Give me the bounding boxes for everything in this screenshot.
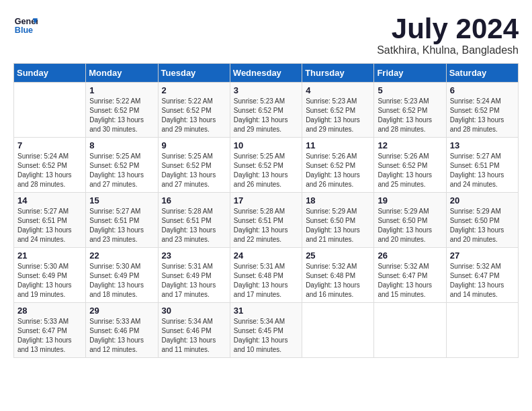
day-number: 1 — [89, 85, 154, 95]
calendar-cell: 14Sunrise: 5:27 AM Sunset: 6:51 PM Dayli… — [14, 193, 86, 248]
day-info: Sunrise: 5:31 AM Sunset: 6:48 PM Dayligh… — [234, 262, 298, 300]
calendar-cell: 21Sunrise: 5:30 AM Sunset: 6:49 PM Dayli… — [14, 248, 86, 303]
calendar-cell: 20Sunrise: 5:29 AM Sunset: 6:50 PM Dayli… — [446, 193, 518, 248]
day-number: 8 — [89, 140, 154, 150]
column-header-saturday: Saturday — [446, 64, 518, 83]
calendar-cell — [302, 303, 374, 358]
day-info: Sunrise: 5:34 AM Sunset: 6:45 PM Dayligh… — [234, 317, 298, 355]
day-number: 7 — [17, 140, 82, 150]
calendar-cell: 28Sunrise: 5:33 AM Sunset: 6:47 PM Dayli… — [14, 303, 86, 358]
day-info: Sunrise: 5:29 AM Sunset: 6:50 PM Dayligh… — [450, 207, 515, 244]
day-number: 17 — [234, 195, 298, 205]
day-number: 19 — [378, 195, 442, 205]
day-info: Sunrise: 5:27 AM Sunset: 6:51 PM Dayligh… — [450, 152, 515, 189]
day-info: Sunrise: 5:30 AM Sunset: 6:49 PM Dayligh… — [17, 262, 82, 300]
day-number: 3 — [234, 85, 298, 95]
calendar-cell: 2Sunrise: 5:22 AM Sunset: 6:52 PM Daylig… — [158, 83, 230, 138]
day-info: Sunrise: 5:24 AM Sunset: 6:52 PM Dayligh… — [17, 152, 82, 189]
calendar-cell — [446, 303, 518, 358]
day-info: Sunrise: 5:24 AM Sunset: 6:52 PM Dayligh… — [450, 97, 515, 134]
column-header-thursday: Thursday — [302, 64, 374, 83]
day-number: 27 — [450, 250, 515, 261]
day-info: Sunrise: 5:23 AM Sunset: 6:52 PM Dayligh… — [234, 97, 298, 134]
calendar-cell: 8Sunrise: 5:25 AM Sunset: 6:52 PM Daylig… — [86, 138, 158, 193]
day-info: Sunrise: 5:22 AM Sunset: 6:52 PM Dayligh… — [162, 97, 226, 134]
day-info: Sunrise: 5:32 AM Sunset: 6:47 PM Dayligh… — [450, 262, 515, 300]
title-area: July 2024 Satkhira, Khulna, Bangladesh — [377, 13, 519, 56]
calendar-cell: 6Sunrise: 5:24 AM Sunset: 6:52 PM Daylig… — [446, 83, 518, 138]
calendar-cell: 17Sunrise: 5:28 AM Sunset: 6:51 PM Dayli… — [230, 193, 302, 248]
day-info: Sunrise: 5:23 AM Sunset: 6:52 PM Dayligh… — [306, 97, 370, 134]
day-info: Sunrise: 5:32 AM Sunset: 6:47 PM Dayligh… — [378, 262, 442, 300]
calendar-cell: 12Sunrise: 5:26 AM Sunset: 6:52 PM Dayli… — [374, 138, 446, 193]
day-info: Sunrise: 5:34 AM Sunset: 6:46 PM Dayligh… — [162, 317, 226, 355]
calendar-cell: 16Sunrise: 5:28 AM Sunset: 6:51 PM Dayli… — [158, 193, 230, 248]
day-number: 10 — [234, 140, 298, 150]
day-info: Sunrise: 5:33 AM Sunset: 6:46 PM Dayligh… — [89, 317, 154, 355]
location: Satkhira, Khulna, Bangladesh — [377, 44, 519, 56]
day-number: 22 — [89, 250, 154, 261]
day-info: Sunrise: 5:30 AM Sunset: 6:49 PM Dayligh… — [89, 262, 154, 300]
calendar-cell: 9Sunrise: 5:25 AM Sunset: 6:52 PM Daylig… — [158, 138, 230, 193]
column-header-monday: Monday — [86, 64, 158, 83]
day-number: 18 — [306, 195, 370, 205]
day-info: Sunrise: 5:27 AM Sunset: 6:51 PM Dayligh… — [89, 207, 154, 244]
column-header-sunday: Sunday — [14, 64, 86, 83]
column-header-tuesday: Tuesday — [158, 64, 230, 83]
day-number: 6 — [450, 85, 515, 95]
day-info: Sunrise: 5:25 AM Sunset: 6:52 PM Dayligh… — [234, 152, 298, 189]
day-number: 2 — [162, 85, 226, 95]
calendar-cell: 19Sunrise: 5:29 AM Sunset: 6:50 PM Dayli… — [374, 193, 446, 248]
month-year: July 2024 — [377, 13, 519, 44]
day-number: 30 — [162, 306, 226, 316]
day-info: Sunrise: 5:28 AM Sunset: 6:51 PM Dayligh… — [162, 207, 226, 244]
day-number: 23 — [162, 250, 226, 261]
day-info: Sunrise: 5:27 AM Sunset: 6:51 PM Dayligh… — [17, 207, 82, 244]
calendar-cell: 26Sunrise: 5:32 AM Sunset: 6:47 PM Dayli… — [374, 248, 446, 303]
day-info: Sunrise: 5:22 AM Sunset: 6:52 PM Dayligh… — [89, 97, 154, 134]
calendar-cell: 27Sunrise: 5:32 AM Sunset: 6:47 PM Dayli… — [446, 248, 518, 303]
day-info: Sunrise: 5:32 AM Sunset: 6:48 PM Dayligh… — [306, 262, 370, 300]
day-number: 15 — [89, 195, 154, 205]
calendar-cell: 23Sunrise: 5:31 AM Sunset: 6:49 PM Dayli… — [158, 248, 230, 303]
day-number: 16 — [162, 195, 226, 205]
calendar-cell: 24Sunrise: 5:31 AM Sunset: 6:48 PM Dayli… — [230, 248, 302, 303]
calendar-cell: 13Sunrise: 5:27 AM Sunset: 6:51 PM Dayli… — [446, 138, 518, 193]
day-number: 20 — [450, 195, 515, 205]
calendar-cell: 1Sunrise: 5:22 AM Sunset: 6:52 PM Daylig… — [86, 83, 158, 138]
day-number: 26 — [378, 250, 442, 261]
calendar-cell: 25Sunrise: 5:32 AM Sunset: 6:48 PM Dayli… — [302, 248, 374, 303]
day-number: 11 — [306, 140, 370, 150]
column-header-wednesday: Wednesday — [230, 64, 302, 83]
day-info: Sunrise: 5:29 AM Sunset: 6:50 PM Dayligh… — [378, 207, 442, 244]
calendar-cell: 5Sunrise: 5:23 AM Sunset: 6:52 PM Daylig… — [374, 83, 446, 138]
calendar-cell: 30Sunrise: 5:34 AM Sunset: 6:46 PM Dayli… — [158, 303, 230, 358]
day-number: 5 — [378, 85, 442, 95]
calendar-cell: 4Sunrise: 5:23 AM Sunset: 6:52 PM Daylig… — [302, 83, 374, 138]
calendar-cell: 3Sunrise: 5:23 AM Sunset: 6:52 PM Daylig… — [230, 83, 302, 138]
day-info: Sunrise: 5:25 AM Sunset: 6:52 PM Dayligh… — [162, 152, 226, 189]
day-number: 21 — [17, 250, 82, 261]
day-number: 12 — [378, 140, 442, 150]
day-number: 29 — [89, 306, 154, 316]
day-number: 4 — [306, 85, 370, 95]
day-info: Sunrise: 5:28 AM Sunset: 6:51 PM Dayligh… — [234, 207, 298, 244]
calendar-cell: 22Sunrise: 5:30 AM Sunset: 6:49 PM Dayli… — [86, 248, 158, 303]
calendar-cell: 18Sunrise: 5:29 AM Sunset: 6:50 PM Dayli… — [302, 193, 374, 248]
header: General Blue July 2024 Satkhira, Khulna,… — [13, 13, 519, 56]
day-number: 9 — [162, 140, 226, 150]
day-info: Sunrise: 5:23 AM Sunset: 6:52 PM Dayligh… — [378, 97, 442, 134]
calendar-cell: 7Sunrise: 5:24 AM Sunset: 6:52 PM Daylig… — [14, 138, 86, 193]
calendar-cell: 15Sunrise: 5:27 AM Sunset: 6:51 PM Dayli… — [86, 193, 158, 248]
day-info: Sunrise: 5:29 AM Sunset: 6:50 PM Dayligh… — [306, 207, 370, 244]
calendar-cell: 10Sunrise: 5:25 AM Sunset: 6:52 PM Dayli… — [230, 138, 302, 193]
logo-icon: General Blue — [13, 13, 38, 38]
logo: General Blue — [13, 13, 38, 38]
day-number: 31 — [234, 306, 298, 316]
calendar-table: SundayMondayTuesdayWednesdayThursdayFrid… — [13, 63, 519, 358]
day-info: Sunrise: 5:31 AM Sunset: 6:49 PM Dayligh… — [162, 262, 226, 300]
day-info: Sunrise: 5:25 AM Sunset: 6:52 PM Dayligh… — [89, 152, 154, 189]
day-info: Sunrise: 5:26 AM Sunset: 6:52 PM Dayligh… — [378, 152, 442, 189]
svg-text:Blue: Blue — [15, 26, 33, 35]
day-number: 25 — [306, 250, 370, 261]
